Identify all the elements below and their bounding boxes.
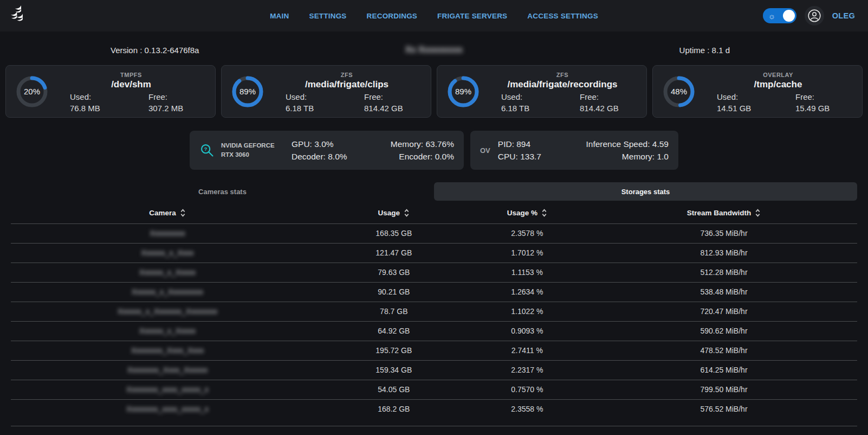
storage-info: ZFS /media/frigate/clips Used: 6.18 TB F…	[265, 67, 431, 116]
nav-item-settings[interactable]: SETTINGS	[309, 12, 346, 20]
free-value: 15.49 GB	[795, 104, 830, 113]
column-header-stream-bandwidth[interactable]: Stream Bandwidth	[591, 203, 857, 223]
storages-stats-table: Camera Usage Usage % Stream Bandwidth Xx…	[11, 203, 857, 419]
svg-text:?: ?	[204, 146, 208, 152]
username-label[interactable]: OLEG	[832, 11, 855, 20]
usage-donut-chart: 89%	[230, 74, 265, 109]
gpu-memory-stat: Memory: 63.76%	[373, 139, 454, 149]
free-label: Free:	[580, 92, 599, 101]
storage-info: ZFS /media/frigate/recordings Used: 6.18…	[481, 67, 646, 116]
table-row: Xxxxxx_x_Xxxxxxx_Xxxxxxxx78.7 GB1.1022 %…	[11, 302, 857, 321]
detector-pid-stat: PID: 894	[498, 139, 584, 149]
uptime-label: Uptime : 8.1 d	[679, 46, 868, 55]
usage-cell: 121.47 GB	[324, 243, 464, 263]
sort-icon[interactable]	[755, 209, 761, 217]
camera-name-blurred: Xxxxxxxx_xxxx_xxxxx_x	[11, 380, 324, 399]
usage-donut-chart: 48%	[662, 74, 696, 109]
free-value: 307.2 MB	[148, 104, 183, 113]
usage-cell: 90.21 GB	[324, 282, 464, 302]
storage-card: 48% OVERLAY /tmp/cache Used: 14.51 GB Fr…	[652, 65, 863, 118]
theme-toggle[interactable]: ☼	[763, 8, 796, 23]
camera-name-blurred: Xxxxxxxx_Xxxx_Xxxxxx	[11, 360, 324, 380]
usage-percent-cell: 1.1153 %	[464, 263, 591, 282]
stream-bandwidth-cell: 576.52 MiB/hr	[591, 399, 857, 419]
free-value: 814.42 GB	[364, 104, 403, 113]
nav-right-group: ☼ OLEG	[763, 6, 855, 25]
camera-name-blurred: Xxxxxx_x_Xxxx	[11, 243, 324, 263]
column-header-usage-percent[interactable]: Usage %	[464, 203, 591, 223]
gpu-encoder-stat: Encoder: 0.0%	[373, 152, 454, 162]
fs-path-label: /media/frigate/recordings	[484, 79, 641, 90]
usage-percent-label: 89%	[446, 74, 481, 109]
column-header-camera[interactable]: Camera	[11, 203, 324, 223]
usage-cell: 79.63 GB	[324, 263, 464, 282]
usage-percent-label: 89%	[230, 74, 265, 109]
used-label: Used:	[286, 92, 307, 101]
sort-icon[interactable]	[180, 209, 186, 217]
column-header-usage[interactable]: Usage	[324, 203, 464, 223]
server-title-blurred: Xx Xxxxxxxxx	[405, 45, 463, 55]
usage-percent-cell: 2.2317 %	[464, 360, 591, 380]
fs-path-label: /dev/shm	[53, 79, 210, 90]
usage-cell: 168.35 GB	[324, 223, 464, 243]
usage-cell: 54.05 GB	[324, 380, 464, 399]
nav-links: MAIN SETTINGS RECORDINGS FRIGATE SERVERS…	[270, 0, 598, 31]
detector-cpu-stat: CPU: 133.7	[498, 152, 584, 162]
camera-name-blurred: Xxxxxx_x_Xxxxxxxxx	[11, 282, 324, 302]
gpu-decoder-stat: Decoder: 8.0%	[292, 152, 373, 162]
usage-percent-cell: 1.2634 %	[464, 282, 591, 302]
nav-item-access-settings[interactable]: ACCESS SETTINGS	[527, 12, 598, 20]
sun-icon: ☼	[768, 12, 776, 20]
version-label: Version : 0.13.2-6476f8a	[0, 46, 405, 55]
stream-bandwidth-cell: 812.93 MiB/hr	[591, 243, 857, 263]
stream-bandwidth-cell: 736.35 MiB/hr	[591, 223, 857, 243]
storage-card: 89% ZFS /media/frigate/recordings Used: …	[437, 65, 647, 118]
sort-icon[interactable]	[404, 209, 410, 217]
usage-percent-cell: 2.7411 %	[464, 341, 591, 360]
user-avatar-button[interactable]	[805, 6, 824, 25]
fs-path-label: /tmp/cache	[699, 79, 857, 90]
gpu-search-icon: ?	[199, 143, 215, 158]
usage-cell: 64.92 GB	[324, 321, 464, 341]
fs-type-label: ZFS	[268, 72, 425, 78]
tab-storages-stats[interactable]: Storages stats	[434, 182, 857, 201]
sort-icon[interactable]	[541, 209, 547, 217]
table-row: Xxxxxxxx_Xxxx_Xxxx195.72 GB2.7411 %478.5…	[11, 341, 857, 360]
gpu-usage-stat: GPU: 3.0%	[292, 139, 373, 149]
gpu-card: ? NVIDIA GEFORCE RTX 3060 GPU: 3.0% Memo…	[190, 131, 464, 170]
used-label: Used:	[717, 92, 738, 101]
nav-item-recordings[interactable]: RECORDINGS	[367, 12, 418, 20]
used-value: 76.8 MB	[70, 104, 100, 113]
usage-cell: 168.2 GB	[324, 399, 464, 419]
table-row: Xxxxxxxxx168.35 GB2.3578 %736.35 MiB/hr	[11, 223, 857, 243]
storage-card: 89% ZFS /media/frigate/clips Used: 6.18 …	[221, 65, 431, 118]
stream-bandwidth-cell: 478.52 MiB/hr	[591, 341, 857, 360]
free-label: Free:	[148, 92, 167, 101]
stream-bandwidth-cell: 538.48 MiB/hr	[591, 282, 857, 302]
free-label: Free:	[364, 92, 383, 101]
used-label: Used:	[501, 92, 522, 101]
stats-tabs: Cameras stats Storages stats	[11, 182, 857, 201]
gpu-name: NVIDIA GEFORCE RTX 3060	[221, 141, 284, 160]
stream-bandwidth-cell: 720.47 MiB/hr	[591, 302, 857, 321]
fs-type-label: ZFS	[484, 72, 641, 78]
nav-item-frigate-servers[interactable]: FRIGATE SERVERS	[437, 12, 507, 20]
usage-percent-cell: 0.7570 %	[464, 380, 591, 399]
usage-percent-label: 20%	[15, 74, 49, 109]
camera-name-blurred: Xxxxxxxx_Xxxx_Xxxx	[11, 341, 324, 360]
frigate-dashboard: { "theme": { "accent_blue": "#2e7fd6", "…	[0, 0, 868, 435]
usage-cell: 195.72 GB	[324, 341, 464, 360]
usage-percent-label: 48%	[662, 74, 696, 109]
tab-cameras-stats[interactable]: Cameras stats	[11, 182, 434, 201]
storage-info: TMPFS /dev/shm Used: 76.8 MB Free: 307.2…	[49, 67, 215, 116]
camera-name-blurred: Xxxxxxxxx	[11, 223, 324, 243]
nav-item-main[interactable]: MAIN	[270, 12, 289, 20]
frigate-logo-icon	[9, 3, 34, 28]
toggle-knob	[783, 10, 795, 22]
used-value: 6.18 TB	[286, 104, 314, 113]
detector-name-label: OV	[480, 146, 490, 155]
usage-percent-cell: 1.7012 %	[464, 243, 591, 263]
table-row: Xxxxxx_x_Xxxxxxxxx90.21 GB1.2634 %538.48…	[11, 282, 857, 302]
table-row: Xxxxxx_x_Xxxxx79.63 GB1.1153 %512.28 MiB…	[11, 263, 857, 282]
usage-cell: 159.34 GB	[324, 360, 464, 380]
